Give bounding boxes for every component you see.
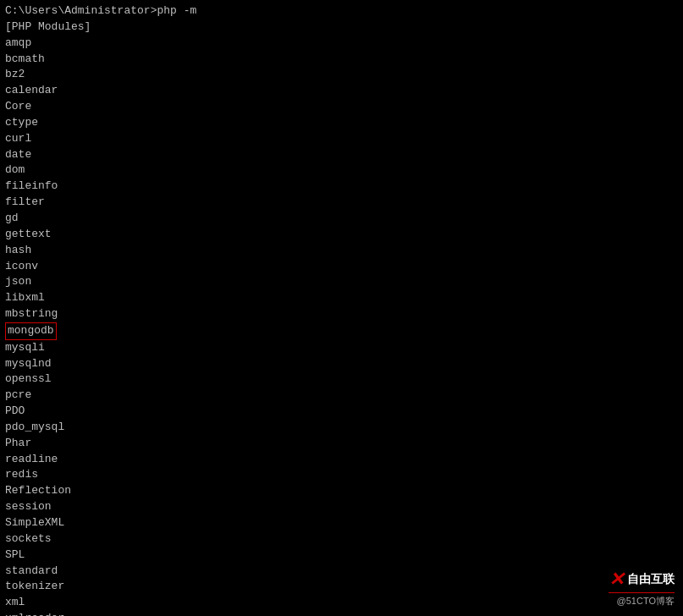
module-item: readline (5, 452, 678, 468)
module-item: json (5, 274, 678, 290)
module-item: hash (5, 243, 678, 259)
module-item: gettext (5, 227, 678, 243)
module-item: amqp (5, 36, 678, 52)
module-item: mbstring (5, 306, 678, 322)
module-item: bz2 (5, 67, 678, 83)
module-item: pdo_mysql (5, 420, 678, 436)
module-item: Reflection (5, 483, 678, 499)
module-item: pcre (5, 388, 678, 404)
module-item: mysqli (5, 340, 678, 356)
module-item: mongodb (5, 322, 678, 340)
module-item: mysqlnd (5, 356, 678, 372)
module-item: standard (5, 564, 678, 580)
module-item: ctype (5, 115, 678, 131)
module-item: Core (5, 99, 678, 115)
module-item: bcmath (5, 52, 678, 68)
watermark-divider (609, 592, 675, 593)
module-item: tokenizer (5, 579, 678, 595)
module-item: iconv (5, 259, 678, 275)
module-item: calendar (5, 83, 678, 99)
module-item: curl (5, 131, 678, 147)
module-item: openssl (5, 371, 678, 388)
module-item: Phar (5, 436, 678, 452)
php-modules-header: [PHP Modules] (5, 19, 678, 36)
watermark: ✕ 自由互联 @51CTO博客 (609, 569, 675, 608)
terminal-window: C:\Users\Administrator>php -m [PHP Modul… (0, 0, 683, 616)
watermark-main-text: 自由互联 (627, 572, 675, 587)
module-item: dom (5, 162, 678, 179)
watermark-logo: ✕ 自由互联 (609, 569, 675, 591)
module-item: gd (5, 211, 678, 227)
modules-list: amqpbcmathbz2calendarCorectypecurldatedo… (5, 36, 678, 616)
module-item: session (5, 499, 678, 515)
module-item: date (5, 147, 678, 163)
module-item: libxml (5, 290, 678, 306)
module-item: sockets (5, 531, 678, 547)
watermark-sub-text: @51CTO博客 (617, 595, 675, 608)
module-item: fileinfo (5, 179, 678, 195)
module-item: PDO (5, 404, 678, 420)
module-item: SimpleXML (5, 515, 678, 531)
module-item: xmlreader (5, 611, 678, 616)
module-item: filter (5, 195, 678, 211)
module-item: redis (5, 467, 678, 483)
module-item: xml (5, 595, 678, 611)
module-item: SPL (5, 547, 678, 564)
watermark-x-icon: ✕ (609, 569, 624, 591)
highlighted-module: mongodb (5, 322, 57, 340)
prompt-line: C:\Users\Administrator>php -m (5, 3, 678, 19)
